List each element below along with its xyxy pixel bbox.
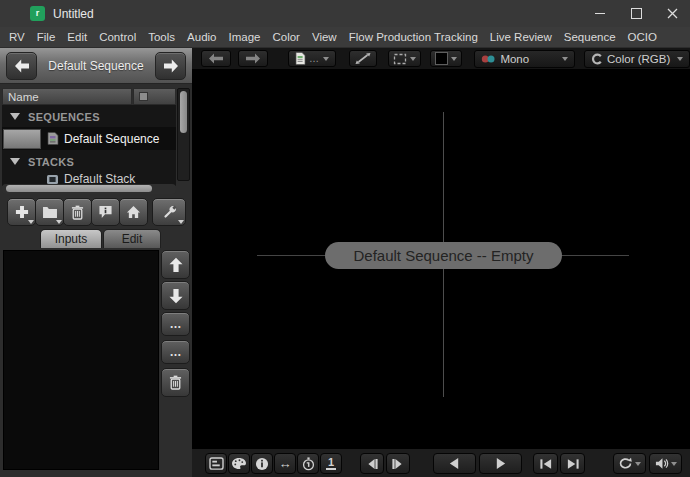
- arrow-up-icon: [169, 257, 183, 273]
- arrow-down-icon: [169, 288, 183, 304]
- group-label: SEQUENCES: [28, 111, 100, 123]
- menu-file[interactable]: File: [31, 31, 62, 43]
- viewer-canvas[interactable]: Default Sequence -- Empty: [192, 70, 690, 448]
- tree-column-name-header[interactable]: Name: [2, 88, 132, 105]
- tab-edit[interactable]: Edit: [103, 229, 161, 248]
- empty-message-text: Default Sequence -- Empty: [353, 247, 533, 264]
- tab-label: Inputs: [55, 232, 88, 246]
- go-to-start-button[interactable]: [533, 453, 558, 474]
- go-to-end-button[interactable]: [560, 453, 585, 474]
- document-icon: [295, 52, 306, 65]
- tree-horizontal-scrollbar[interactable]: [2, 184, 176, 194]
- image-info-button[interactable]: [251, 453, 273, 474]
- home-view-button[interactable]: [119, 198, 148, 226]
- stack-icon: [46, 174, 59, 185]
- chevron-down-icon: [562, 57, 568, 61]
- stereo-mode-dropdown[interactable]: Mono: [474, 50, 575, 68]
- chevron-down-icon: [671, 462, 677, 466]
- close-button[interactable]: [654, 0, 690, 27]
- step-back-button[interactable]: [360, 453, 384, 474]
- info-bubble-icon: [98, 205, 113, 219]
- remove-input-button[interactable]: [161, 368, 190, 397]
- media-dots-label: …: [309, 53, 320, 64]
- menu-image[interactable]: Image: [223, 31, 267, 43]
- menu-rv[interactable]: RV: [3, 31, 31, 43]
- session-next-button[interactable]: [155, 52, 186, 80]
- audio-volume-button[interactable]: [649, 453, 682, 474]
- tree-group-stacks[interactable]: STACKS: [2, 152, 176, 171]
- menu-edit[interactable]: Edit: [61, 31, 93, 43]
- session-media-button[interactable]: …: [288, 50, 336, 67]
- tree-vertical-scrollbar[interactable]: [177, 88, 190, 181]
- step-forward-button[interactable]: [386, 453, 410, 474]
- close-icon: [667, 8, 678, 19]
- step-back-icon: [365, 458, 379, 470]
- view-frame-button[interactable]: [388, 50, 421, 67]
- channel-mode-dropdown[interactable]: Color (RGB): [584, 50, 690, 68]
- tree-item-default-sequence[interactable]: Default Sequence: [2, 127, 176, 150]
- scrollbar-thumb[interactable]: [6, 185, 152, 192]
- menu-live-review[interactable]: Live Review: [484, 31, 558, 43]
- delete-node-button[interactable]: [63, 198, 92, 226]
- scrollbar-thumb[interactable]: [180, 91, 187, 133]
- chevron-down-icon: [677, 57, 683, 61]
- maximize-icon: [631, 8, 642, 19]
- trash-icon: [169, 375, 182, 390]
- session-prev-button[interactable]: [6, 52, 37, 80]
- timeline-toggle-button[interactable]: [205, 453, 227, 474]
- info-circle-icon: [255, 457, 269, 471]
- chevron-down-icon: [451, 57, 457, 61]
- menu-sequence[interactable]: Sequence: [558, 31, 622, 43]
- settings-wrench-button[interactable]: [152, 198, 186, 226]
- frame-display-button[interactable]: 1: [320, 453, 342, 474]
- item-label: Default Sequence: [64, 132, 159, 146]
- tab-inputs[interactable]: Inputs: [40, 229, 102, 248]
- more-options-button-1[interactable]: …: [161, 312, 190, 336]
- background-color-button[interactable]: [430, 50, 462, 67]
- wrench-icon: [161, 204, 178, 221]
- titlebar: r Untitled: [0, 0, 690, 27]
- menu-view[interactable]: View: [306, 31, 343, 43]
- chevron-down-icon: [178, 220, 184, 224]
- menu-audio[interactable]: Audio: [181, 31, 222, 43]
- open-folder-button[interactable]: [35, 198, 64, 226]
- session-tree[interactable]: SEQUENCES Default Sequence STACKS Defaul…: [2, 105, 176, 186]
- move-input-up-button[interactable]: [161, 250, 190, 279]
- realtime-clock-button[interactable]: [297, 453, 319, 474]
- menu-color[interactable]: Color: [266, 31, 305, 43]
- inputs-list[interactable]: [3, 250, 159, 470]
- play-backward-button[interactable]: [433, 453, 476, 474]
- menu-tools[interactable]: Tools: [142, 31, 181, 43]
- black-swatch-icon: [435, 52, 448, 65]
- link-icon: [354, 52, 372, 65]
- app-icon[interactable]: r: [30, 6, 45, 21]
- color-inspector-button[interactable]: [228, 453, 250, 474]
- menu-flow-production-tracking[interactable]: Flow Production Tracking: [343, 31, 484, 43]
- loop-mode-button[interactable]: [613, 453, 646, 474]
- folder-icon: [42, 206, 58, 219]
- maximize-button[interactable]: [618, 0, 654, 27]
- arrow-right-icon: [163, 59, 179, 73]
- caret-down-icon[interactable]: [10, 113, 20, 120]
- move-input-down-button[interactable]: [161, 281, 190, 310]
- view-back-button[interactable]: [201, 50, 231, 67]
- play-backward-icon: [447, 457, 462, 470]
- more-options-button-2[interactable]: …: [161, 340, 190, 364]
- tree-column-media-header[interactable]: [133, 88, 176, 105]
- in-out-range-button[interactable]: ↔: [274, 453, 296, 474]
- item-thumbnail: [3, 129, 41, 149]
- annotation-info-button[interactable]: [91, 198, 120, 226]
- tree-group-sequences[interactable]: SEQUENCES: [2, 107, 176, 126]
- stereo-mode-value: Mono: [500, 53, 529, 65]
- loop-icon: [618, 457, 633, 470]
- add-node-button[interactable]: [7, 198, 36, 226]
- minimize-button[interactable]: [582, 0, 618, 27]
- caret-down-icon[interactable]: [10, 158, 20, 165]
- sync-link-button[interactable]: [349, 50, 377, 67]
- view-forward-button[interactable]: [238, 50, 268, 67]
- play-forward-button[interactable]: [479, 453, 522, 474]
- menu-ocio[interactable]: OCIO: [622, 31, 663, 43]
- chevron-down-icon: [635, 462, 641, 466]
- menu-control[interactable]: Control: [93, 31, 142, 43]
- empty-sequence-message: Default Sequence -- Empty: [325, 242, 562, 269]
